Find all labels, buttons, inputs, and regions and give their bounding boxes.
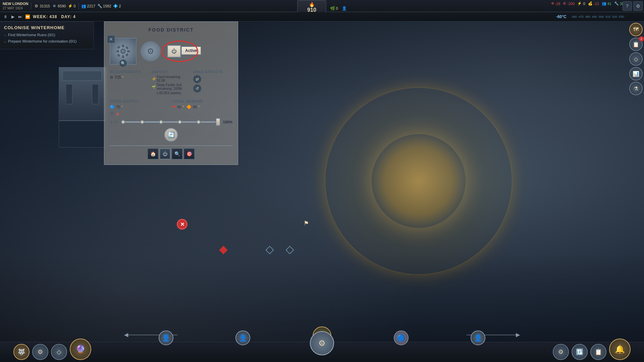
food-district-panel: FOOD DISTRICT ✕ 🔍 — [104, 21, 238, 165]
stats-button[interactable]: 📊 — [629, 67, 643, 80]
slider-dot-3[interactable] — [159, 120, 163, 124]
char-2[interactable]: 👤 — [235, 330, 250, 345]
resources-group: ⚙ 31315 ❄ 6590 ⚡ 0 — [34, 4, 75, 8]
area-effect-icon-1: ⇄ — [193, 75, 201, 83]
main-action-button[interactable]: ⚙ — [310, 331, 334, 355]
temp-scale: 460 470 480 490 500 510 520 530 — [572, 15, 624, 18]
refresh-right-button[interactable]: 🔃 — [572, 344, 588, 360]
panel-icon-home[interactable]: 🏠 — [148, 148, 158, 159]
resource-steam: ⚡ 0 — [68, 4, 75, 8]
delta-resources: ❄ -18 ⚙ -200 ⚡ 0 💰 -13 👥 41 🔧 30 — [551, 1, 624, 6]
demand-asterisk-2: * — [198, 105, 200, 109]
slider-dot-5[interactable] — [197, 120, 201, 124]
svg-rect-9 — [125, 53, 129, 57]
demand-value-1: 40 — [177, 105, 181, 109]
output-demand-grid: TOTAL OUTPUT 🔷 75 * ⚙ ▲ TOTAL DEMAND ❤ 4… — [110, 100, 232, 116]
map-button[interactable]: 🗺 — [629, 23, 643, 36]
city-name: NEW LONDON — [3, 2, 28, 6]
demand-asterisk-1: * — [182, 105, 184, 109]
list-button[interactable]: 📋 — [590, 344, 606, 360]
slider-handle[interactable] — [216, 118, 220, 126]
requirements-section: REQUIREMENTS ⚙ 705 * — [110, 70, 149, 96]
food-icon: ❄ — [52, 4, 57, 8]
area-effects-section: AREA EFFECTS ⇄ ↺ — [193, 70, 232, 96]
delta-eng-icon: 🔧 — [614, 1, 619, 6]
soil-remaining-text: Deep Fertile Soil remaining: 200M — [157, 83, 191, 90]
resource-workers: 👥 2217 — [82, 4, 95, 8]
slider-dot-1[interactable] — [121, 120, 125, 124]
tick-490: 490 — [592, 15, 597, 18]
cancel-marker[interactable]: ✕ — [177, 219, 187, 230]
game-background: ⚑ ✕ ◀───────────── ─────────────▶ — [0, 0, 644, 362]
gear-bottom-button[interactable]: ⚙ — [32, 344, 48, 360]
svg-rect-6 — [117, 46, 120, 49]
deposit-label: DEPOSIT — [152, 70, 191, 74]
resource-research: 💠 2 — [113, 4, 121, 8]
zoom-button[interactable]: 🔍 — [119, 59, 127, 67]
food-remaining-row: 🌾 Food remaining: 82.8K — [152, 75, 191, 82]
efficiency-label-right: 100% — [223, 120, 232, 124]
building-decoration — [59, 67, 106, 147]
panel-bottom-icons: 🏠 ⏻ 🔍 🎯 — [110, 145, 232, 159]
map-flag-marker: ⚑ — [304, 220, 309, 227]
food-remaining-text: Food remaining: 82.8K — [157, 75, 191, 82]
pause-button[interactable]: ⏸ — [3, 14, 8, 19]
center-food: 🌿 0 — [330, 6, 338, 11]
requirements-label: REQUIREMENTS — [110, 70, 149, 74]
delta-mat-value: -200 — [567, 2, 575, 6]
workers-icon: 👥 — [82, 4, 86, 8]
policies-button[interactable]: ◇ — [629, 52, 643, 66]
center-pop: 👤 — [342, 6, 347, 11]
play-button[interactable]: ▶ — [10, 14, 15, 19]
output-gear-icon: ⚙ — [110, 111, 114, 116]
wolf-button[interactable]: 🐺 — [13, 344, 30, 360]
refresh-button-container: 🔄 — [110, 128, 232, 141]
panel-icon-target[interactable]: 🎯 — [184, 148, 195, 159]
total-output-label: TOTAL OUTPUT — [110, 100, 170, 103]
svg-rect-3 — [122, 55, 124, 58]
settings-button[interactable]: ⚙ — [633, 1, 643, 11]
char-1[interactable]: 👤 — [159, 330, 173, 345]
delta-money: 💰 -13 — [588, 1, 599, 6]
output-value-row: 🔷 75 * — [110, 105, 170, 109]
resource-engineers: 🔧 1582 — [97, 4, 111, 8]
panel-icon-zoom[interactable]: 🔍 — [172, 148, 182, 159]
center-pop-icon: 👤 — [342, 6, 347, 11]
cold-icon: ❄ — [551, 1, 554, 6]
refresh-button[interactable]: 🔄 — [164, 128, 178, 141]
power-button[interactable]: ⏻ — [167, 45, 181, 57]
soil-remaining-row: 🌱 Deep Fertile Soil remaining: 200M — [152, 83, 191, 90]
fast-forward-button[interactable]: ⏭ — [17, 14, 23, 19]
bell-button[interactable]: 🔔 — [609, 339, 631, 360]
char-5[interactable]: 👤 — [471, 330, 485, 345]
area-effect-icon-2: ↺ — [193, 84, 201, 93]
center-bottom-button: ⚙ — [310, 331, 334, 355]
power-active-container: ⏻ Active — [167, 45, 181, 57]
area-effects-label: AREA EFFECTS — [193, 70, 232, 74]
req-asterisk: * — [122, 76, 123, 79]
tick-470: 470 — [579, 15, 584, 18]
efficiency-slider-row: ⚙ 0% 100% — [110, 120, 232, 124]
slider-dot-4[interactable] — [178, 120, 182, 124]
right-panel-buttons: 🗺 📋 2 ◇ 📊 ⚗ — [628, 21, 644, 97]
resource-materials: ⚙ 31315 — [34, 4, 50, 8]
crystal-button[interactable]: 🔮 — [70, 339, 91, 360]
diamond-button[interactable]: ◇ — [51, 344, 67, 360]
quest-panel: COLONISE WINTERHOME ○ Find Winterhome Ru… — [0, 21, 94, 49]
help-button[interactable]: ? — [623, 1, 632, 11]
gear-right-button[interactable]: ⚙ — [553, 344, 569, 360]
slider-track[interactable] — [121, 121, 220, 123]
delete-button[interactable]: ✕ — [107, 35, 115, 43]
food-deposit-icon: 🌾 — [152, 77, 156, 81]
faster-button[interactable]: ⏩ — [25, 14, 30, 19]
bottom-left-icons: 🐺 ⚙ ◇ 🔮 — [13, 339, 91, 360]
city-info: NEW LONDON 27 MAY 1924 — [3, 2, 28, 10]
delta-mat-icon: ⚙ — [563, 1, 566, 6]
city-date: 27 MAY 1924 — [3, 6, 28, 10]
delta-steam: ⚡ 0 — [577, 1, 585, 6]
temp-value: -60°C — [556, 14, 567, 19]
char-4[interactable]: 🔵 — [394, 330, 409, 345]
research-button[interactable]: ⚗ — [629, 82, 643, 95]
slider-dot-2[interactable] — [140, 120, 144, 124]
panel-icon-power[interactable]: ⏻ — [160, 148, 170, 159]
